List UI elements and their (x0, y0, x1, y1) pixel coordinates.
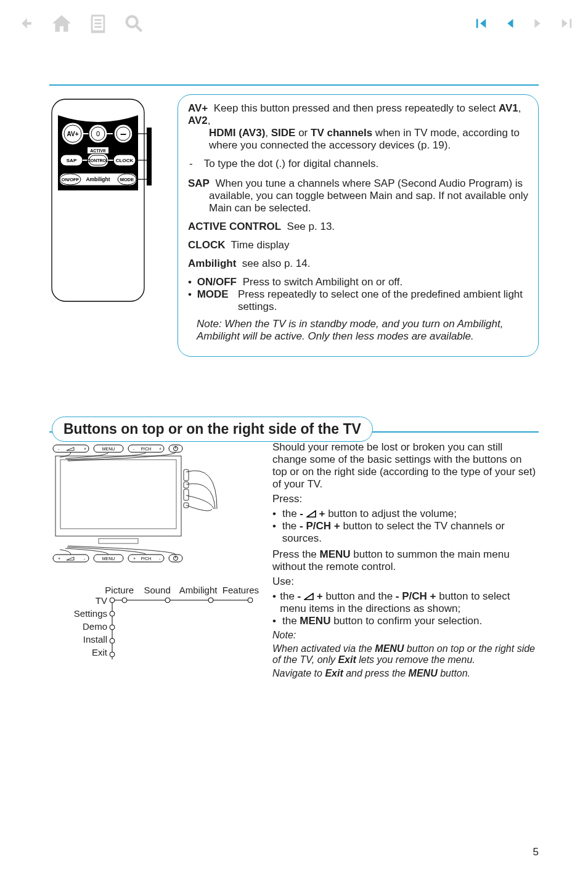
svg-point-73 (110, 625, 115, 630)
prev-page-icon[interactable] (503, 17, 517, 33)
sap-body-rest: available, you can toggle between Main a… (188, 190, 528, 214)
note-label: Note: (272, 630, 539, 641)
svg-point-70 (208, 598, 213, 603)
sap-label: SAP (188, 177, 210, 189)
remote-zero-label: 0 (96, 130, 100, 137)
back-arrow-icon[interactable] (15, 13, 36, 37)
svg-rect-8 (476, 19, 478, 28)
svg-rect-47 (60, 460, 176, 529)
svg-rect-51 (184, 489, 189, 500)
active-control-body: See p. 13. (287, 221, 335, 232)
svg-rect-0 (26, 22, 31, 25)
svg-point-75 (110, 652, 115, 657)
svg-text:+: + (159, 447, 161, 451)
menu-paragraph: Press the MENU button to summon the main… (272, 548, 539, 573)
remote-clock-label: CLOCK (116, 158, 134, 163)
svg-point-67 (110, 598, 115, 603)
note-line-2: Navigate to Exit and press the MENU butt… (272, 668, 539, 679)
svg-text:-: - (159, 556, 161, 561)
svg-text:P/CH: P/CH (141, 447, 152, 451)
svg-point-68 (122, 598, 127, 603)
tree-col-sound: Sound (141, 585, 173, 595)
svg-text:MENU: MENU (102, 447, 115, 451)
av-body-1: Keep this button pressed and then press … (214, 102, 499, 114)
svg-rect-46 (55, 456, 181, 536)
svg-rect-49 (184, 470, 189, 481)
dash-body: To type the dot (.) for digital channels… (204, 158, 379, 170)
ambilight-note: Note: When the TV is in standby mode, an… (188, 318, 528, 343)
av-av2: AV2 (188, 115, 208, 126)
svg-text:-: - (133, 447, 135, 451)
tree-row-settings: Settings (73, 608, 107, 619)
tree-col-picture: Picture (104, 585, 135, 595)
home-icon[interactable] (51, 12, 73, 38)
svg-text:+: + (133, 556, 136, 561)
onoff-body: Press to switch Ambilight on or off. (243, 276, 403, 288)
dash-label: - (189, 158, 193, 170)
svg-rect-50 (184, 482, 189, 488)
bullet-confirm: the MENU button to confirm your selectio… (282, 615, 482, 627)
svg-point-71 (248, 598, 253, 603)
svg-rect-9 (570, 19, 572, 28)
ambilight-body: see also p. 14. (242, 258, 311, 269)
svg-point-69 (165, 598, 170, 603)
mode-label: MODE (197, 288, 235, 313)
page-number: 5 (533, 846, 539, 858)
tree-col-ambilight: Ambilight (179, 585, 216, 595)
mode-body: Press repeatedly to select one of the pr… (238, 288, 528, 313)
use-label: Use: (272, 576, 539, 588)
tree-row-demo: Demo (73, 621, 107, 632)
svg-text:-: - (58, 447, 60, 451)
av-label: AV+ (188, 102, 208, 114)
svg-rect-48 (99, 539, 138, 543)
svg-text:P/CH: P/CH (141, 556, 152, 561)
svg-text:+: + (84, 447, 86, 451)
remote-sap-label: SAP (67, 158, 77, 163)
clock-label: CLOCK (188, 239, 225, 251)
pages-icon[interactable] (88, 13, 108, 37)
av-side: SIDE (271, 127, 296, 139)
remote-onoff-label: ON/OFF (62, 177, 80, 182)
svg-rect-33 (147, 128, 152, 185)
av-hdmi: HDMI (AV3) (209, 127, 265, 139)
remote-mode-label: MODE (120, 177, 134, 182)
onoff-label: ON/OFF (197, 276, 240, 288)
search-icon[interactable] (123, 13, 144, 37)
remote-active-label: ACTIVE (90, 149, 106, 153)
remote-control-label: CONTROL (88, 158, 109, 163)
tree-col-features: Features (223, 585, 259, 595)
tree-row-install: Install (73, 634, 107, 645)
next-page-icon[interactable] (531, 17, 545, 33)
remote-diagram: AV+ 0 – ACTIVE SAP (49, 94, 166, 357)
bullet-pch: the - P/CH + button to select the TV cha… (282, 520, 539, 545)
menu-tree-diagram: Picture Sound Ambilight Features TV Sett… (49, 585, 259, 663)
bullet-select-items: the - + button and the - P/CH + button t… (280, 590, 539, 615)
first-page-icon[interactable] (475, 17, 488, 33)
definitions-callout: AV+ Keep this button pressed and then pr… (178, 94, 539, 357)
svg-point-74 (110, 638, 115, 643)
remote-ambilight-label: Ambilight (86, 176, 110, 182)
active-control-label: ACTIVE CONTROL (188, 221, 281, 232)
tv-diagram: - + MENU - P/CH + (49, 441, 259, 577)
bullet-volume: the - + button to adjust the volume; (282, 508, 457, 520)
last-page-icon[interactable] (560, 17, 573, 33)
svg-text:+: + (58, 556, 60, 561)
ambilight-label: Ambilight (188, 258, 236, 269)
svg-text:-: - (84, 556, 86, 561)
remote-minus-label: – (120, 128, 126, 140)
sap-body-inline: When you tune a channels where SAP (Seco… (215, 177, 523, 189)
av-av1: AV1 (499, 102, 518, 114)
remote-av-label: AV+ (67, 131, 79, 137)
intro-paragraph: Should your remote be lost or broken you… (272, 441, 539, 490)
svg-point-72 (110, 611, 115, 616)
svg-point-6 (127, 17, 137, 27)
press-label: Press: (272, 493, 539, 505)
section-heading: Buttons on top or on the right side of t… (52, 417, 373, 442)
tree-row-exit: Exit (73, 647, 107, 657)
svg-text:MENU: MENU (102, 556, 115, 561)
svg-line-7 (136, 26, 142, 31)
note-line-1: When activated via the MENU button on to… (272, 643, 539, 665)
av-tv: TV channels (311, 127, 372, 139)
clock-body: Time display (231, 239, 290, 251)
tree-row-tv: TV (73, 595, 107, 606)
